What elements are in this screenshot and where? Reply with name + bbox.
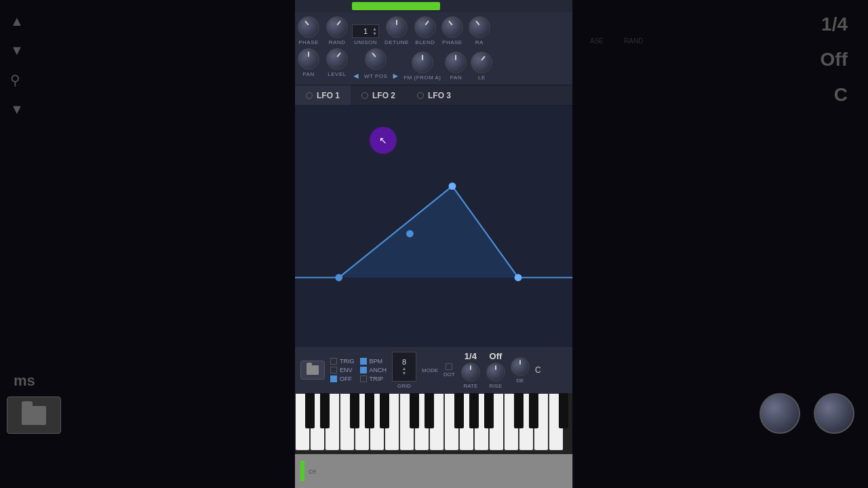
arrow-down-icon[interactable]: ▼ (10, 43, 24, 58)
phase-knob-group: PHASE (298, 16, 319, 45)
ra-knob[interactable] (469, 16, 490, 38)
rise-knob[interactable] (814, 393, 854, 434)
black-key-12[interactable] (529, 393, 538, 428)
lfo-display[interactable] (295, 106, 573, 347)
dot-control: DOT (443, 363, 455, 378)
black-key-9[interactable] (469, 393, 479, 428)
rate-knob-group (760, 393, 800, 434)
trip-checkbox[interactable] (360, 375, 367, 382)
synth-panel: ASE RAND PHASE RAND PAN (295, 0, 573, 488)
black-key-6[interactable] (410, 393, 419, 428)
off-display: Off (490, 351, 502, 361)
detune-label: DETUNE (384, 39, 409, 45)
phase-knob-right[interactable] (441, 16, 463, 38)
black-key-1[interactable] (305, 393, 315, 428)
unison-up-arrow[interactable]: ▲ (372, 26, 377, 31)
lfo3-circle (417, 92, 424, 99)
lfo3-label: LFO 3 (428, 91, 451, 100)
anch-checkbox[interactable] (360, 367, 367, 373)
trig-checkbox[interactable] (330, 358, 337, 365)
black-key-2[interactable] (320, 393, 330, 428)
wt-pos-label: WT POS (364, 73, 387, 79)
le-label: LE (478, 75, 486, 81)
pan-knob-right[interactable] (445, 52, 467, 73)
lfo-waveform-svg (295, 106, 573, 347)
rate-value-label: 1/4 (821, 14, 848, 35)
pan-label-right: PAN (450, 75, 462, 81)
lfo3-tab[interactable]: LFO 3 (406, 85, 462, 105)
black-key-10[interactable] (484, 393, 494, 428)
rise-control: Off RISE (486, 351, 505, 389)
lfo-point-top[interactable] (449, 182, 456, 190)
lfo-left-checkboxes: TRIG ENV OFF (330, 358, 355, 382)
wt-pos-knob[interactable] (365, 48, 387, 70)
wt-nav-right[interactable]: ► (391, 71, 399, 81)
env-label: ENV (340, 367, 353, 373)
arrow-up-icon[interactable]: ▲ (10, 14, 24, 29)
lfo-point-mid[interactable] (406, 230, 414, 237)
wt-nav-left[interactable]: ◄ (352, 71, 360, 81)
lfo1-tab[interactable]: LFO 1 (295, 85, 351, 105)
detune-knob-group: DETUNE (384, 16, 409, 45)
black-key-3[interactable] (350, 393, 359, 428)
detune-knob[interactable] (386, 16, 408, 38)
folder-icon (22, 406, 46, 425)
blend-label: BLEND (415, 39, 435, 45)
le-knob-group: LE (471, 52, 492, 81)
right-panel-knobs (760, 393, 854, 434)
env-checkbox[interactable] (330, 367, 337, 373)
level-knob-group: LEVEL (326, 48, 348, 77)
lfo-point-end[interactable] (515, 274, 522, 281)
dot-checkbox[interactable] (446, 363, 452, 370)
de-knob-lfo[interactable] (511, 357, 530, 376)
pan-knob-left[interactable] (298, 48, 319, 70)
osc-section: PHASE RAND PAN LEVEL (295, 12, 573, 85)
grid-spinner[interactable]: 8 ▲ ▼ (392, 352, 416, 382)
blend-knob-group: BLEND (414, 16, 436, 45)
bottom-text: ce (309, 467, 317, 475)
c-label: C (535, 365, 541, 375)
grid-down-arrow[interactable]: ▼ (402, 371, 407, 375)
lfo-folder-button[interactable] (300, 361, 325, 380)
search-icon[interactable]: ⚲ (10, 72, 20, 88)
unison-label: UNISON (354, 39, 377, 45)
le-knob[interactable] (471, 52, 492, 73)
bpm-label: BPM (370, 358, 383, 365)
level-knob[interactable] (326, 48, 348, 70)
rise-knob-lfo[interactable] (486, 363, 505, 382)
black-key-13[interactable] (559, 393, 568, 428)
progress-bar (352, 2, 440, 10)
folder-button[interactable] (7, 396, 61, 434)
rand-knob-group: RAND (326, 16, 348, 45)
grid-up-arrow[interactable]: ▲ (402, 366, 407, 371)
black-key-11[interactable] (514, 393, 524, 428)
blend-knob[interactable] (414, 16, 436, 38)
lfo2-tab[interactable]: LFO 2 (351, 85, 406, 105)
off-checkbox[interactable] (330, 375, 337, 382)
ra-knob-group: RA (469, 16, 490, 45)
chevron-down-icon[interactable]: ▼ (10, 102, 24, 117)
env-checkbox-item: ENV (330, 367, 355, 373)
unison-value: 1 (363, 27, 368, 35)
rand-knob[interactable] (326, 16, 348, 38)
black-key-5[interactable] (380, 393, 389, 428)
black-key-7[interactable] (425, 393, 434, 428)
lfo1-label: LFO 1 (317, 91, 340, 100)
unison-down-arrow[interactable]: ▼ (372, 31, 377, 36)
phase-knob-group-right: PHASE (441, 16, 463, 45)
black-key-8[interactable] (454, 393, 464, 428)
dot-label: DOT (443, 371, 455, 378)
rate-knob[interactable] (760, 393, 800, 434)
bpm-checkbox[interactable] (360, 358, 367, 365)
lfo-point-start[interactable] (335, 274, 342, 281)
black-key-4[interactable] (365, 393, 374, 428)
unison-spinner[interactable]: 1 ▲ ▼ (352, 24, 379, 38)
trig-checkbox-item: TRIG (330, 358, 355, 365)
wt-pos-group: ◄ WT POS ► (352, 48, 399, 81)
phase-knob[interactable] (298, 16, 319, 38)
fm-knob[interactable] (412, 52, 433, 73)
lfo-folder-icon (307, 365, 319, 375)
de-control: DE (511, 357, 530, 384)
grid-label: GRID (397, 383, 411, 389)
rate-knob-lfo[interactable] (461, 363, 480, 382)
